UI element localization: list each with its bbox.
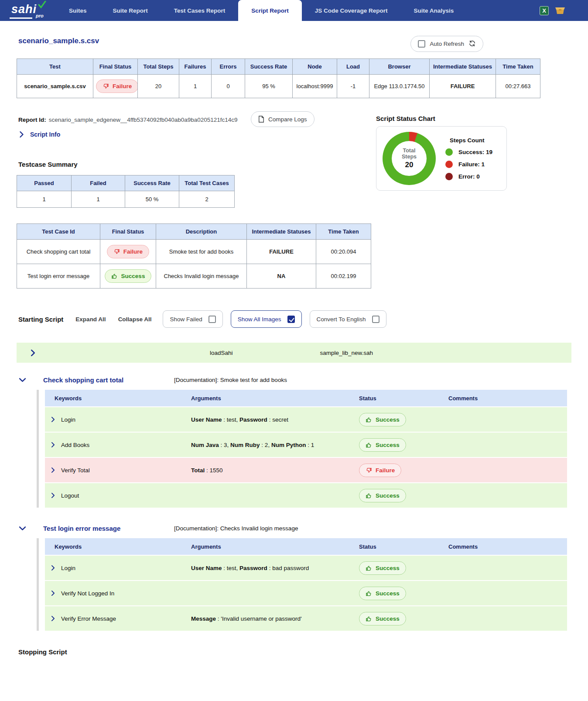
show-failed-checkbox[interactable] — [209, 316, 216, 323]
col-failures: Failures — [179, 59, 212, 75]
cell-errors: 0 — [212, 75, 245, 98]
tab-script-report[interactable]: Script Report — [238, 0, 302, 21]
show-all-images-button[interactable]: Show All Images — [231, 310, 302, 328]
refresh-icon — [468, 40, 476, 48]
table-header-row: Test Final Status Total Steps Failures E… — [17, 59, 540, 75]
chevron-right-icon[interactable] — [51, 417, 55, 422]
col-arguments: Arguments — [182, 543, 350, 550]
package-icon[interactable] — [555, 6, 565, 15]
col-success-rate: Success Rate — [125, 175, 179, 191]
chevron-right-icon — [19, 131, 24, 137]
section-indent-bar — [37, 538, 39, 631]
keyword-label[interactable]: Login — [61, 416, 75, 423]
keyword-row-verify-total: Verify Total Total1550 Failure — [45, 458, 567, 482]
arguments-cell: User NametestPasswordbad password — [182, 565, 350, 571]
arguments-cell: User NametestPasswordsecret — [182, 416, 350, 423]
keyword-row-verify-error-message: Verify Error Message Message'Invalid use… — [45, 606, 567, 631]
col-load: Load — [337, 59, 369, 75]
col-test-case-id: Test Case Id — [17, 224, 100, 240]
cell-total-test-cases: 2 — [179, 191, 235, 208]
cell-failures: 1 — [179, 75, 212, 98]
col-failed: Failed — [72, 175, 125, 191]
convert-to-english-checkbox[interactable] — [372, 316, 379, 323]
failure-badge: Failure — [359, 464, 401, 477]
table-header-row: Passed Failed Success Rate Total Test Ca… — [17, 175, 235, 191]
section-title[interactable]: Test login error message — [43, 525, 174, 532]
col-node: Node — [293, 59, 337, 75]
tab-suite-analysis[interactable]: Suite Analysis — [400, 0, 467, 21]
auto-refresh-checkbox[interactable] — [418, 40, 425, 48]
cell-passed: 1 — [17, 191, 72, 208]
cell-node: localhost:9999 — [293, 75, 337, 98]
section-check-shopping-cart-total: Check shopping cart total [Documentation… — [17, 372, 571, 508]
col-keywords: Keywords — [45, 395, 182, 402]
keyword-label[interactable]: Verify Error Message — [61, 615, 116, 622]
keyword-label[interactable]: Login — [61, 565, 75, 571]
logo-brand-text: sahi — [11, 3, 37, 16]
show-failed-button[interactable]: Show Failed — [163, 310, 222, 328]
loadsahi-keyword: loadSahi — [210, 350, 233, 356]
keyword-table: Keywords Arguments Status Comments Login… — [33, 538, 567, 631]
keyword-label[interactable]: Add Books — [61, 442, 89, 448]
compare-logs-button[interactable]: Compare Logs — [251, 111, 315, 127]
success-badge: Success — [105, 269, 152, 283]
cell-test-case-id[interactable]: Test login error message — [17, 264, 100, 289]
legend-title: Steps Count — [450, 137, 502, 144]
show-all-images-checkbox[interactable] — [287, 316, 295, 323]
excel-export-icon[interactable]: X — [540, 6, 549, 15]
chart-legend: Steps Count Success: 19 Failure: 1 Error… — [445, 137, 502, 180]
chevron-right-icon[interactable] — [31, 350, 35, 356]
cell-test-case-id[interactable]: Check shopping cart total — [17, 240, 100, 264]
compare-logs-label: Compare Logs — [268, 116, 307, 123]
table-header-row: Test Case Id Final Status Description In… — [17, 224, 371, 240]
chevron-right-icon[interactable] — [51, 591, 55, 596]
tab-suite-report[interactable]: Suite Report — [100, 0, 161, 21]
failure-dot-icon — [445, 161, 453, 168]
testcase-table: Test Case Id Final Status Description In… — [17, 223, 371, 289]
keyword-table-header: Keywords Arguments Status Comments — [45, 538, 567, 555]
cell-final-status: Success — [100, 264, 156, 289]
cell-description: Smoke test for add books — [156, 240, 247, 264]
arguments-cell: Total1550 — [182, 467, 350, 474]
collapse-all-link[interactable]: Collapse All — [118, 316, 152, 323]
cell-intermediate: NA — [247, 264, 316, 289]
section-title[interactable]: Check shopping cart total — [43, 376, 174, 384]
report-id-label: Report Id: — [18, 117, 46, 123]
chevron-right-icon[interactable] — [51, 493, 55, 498]
section-header: Check shopping cart total [Documentation… — [17, 372, 571, 387]
starting-script-label: Starting Script — [18, 316, 63, 323]
page-title: scenario_sample.s.csv — [17, 37, 571, 45]
chevron-down-icon[interactable] — [19, 378, 26, 382]
failure-badge: Failure — [96, 79, 138, 93]
success-badge: Success — [359, 561, 406, 575]
error-dot-icon — [445, 173, 453, 180]
expand-all-link[interactable]: Expand All — [75, 316, 106, 323]
cell-time-taken: 00:20.094 — [316, 240, 371, 264]
cell-final-status: Failure — [100, 240, 156, 264]
keyword-row-login: Login User NametestPasswordsecret Succes… — [45, 407, 567, 432]
auto-refresh-button[interactable]: Auto Refresh — [410, 36, 483, 52]
chevron-right-icon[interactable] — [51, 467, 55, 473]
cell-test-name[interactable]: scenario_sample.s.csv — [17, 75, 93, 98]
loadsahi-row[interactable]: loadSahi sample_lib_new.sah — [17, 343, 571, 363]
chevron-right-icon[interactable] — [51, 565, 55, 570]
failure-badge: Failure — [107, 245, 149, 258]
chart-card: Total Steps 20 Steps Count Success: 19 F… — [376, 126, 507, 191]
keyword-label[interactable]: Verify Not Logged In — [61, 590, 114, 597]
keyword-label[interactable]: Verify Total — [61, 467, 90, 474]
sahi-pro-logo[interactable]: sahi pro — [0, 0, 56, 21]
tab-js-code-coverage-report[interactable]: JS Code Coverage Report — [302, 0, 401, 21]
col-success-rate: Success Rate — [245, 59, 293, 75]
chevron-down-icon[interactable] — [19, 526, 26, 531]
cell-success-rate: 50 % — [125, 191, 179, 208]
chevron-right-icon[interactable] — [51, 442, 55, 447]
chevron-right-icon[interactable] — [51, 616, 55, 621]
tab-test-cases-report[interactable]: Test Cases Report — [161, 0, 239, 21]
cell-load: -1 — [337, 75, 369, 98]
convert-to-english-button[interactable]: Convert To English — [310, 310, 386, 328]
tab-suites[interactable]: Suites — [56, 0, 100, 21]
keyword-label[interactable]: Logout — [61, 492, 79, 499]
col-keywords: Keywords — [45, 543, 182, 550]
table-row: Check shopping cart total Failure Smoke … — [17, 240, 371, 264]
logo-underline — [10, 17, 32, 19]
